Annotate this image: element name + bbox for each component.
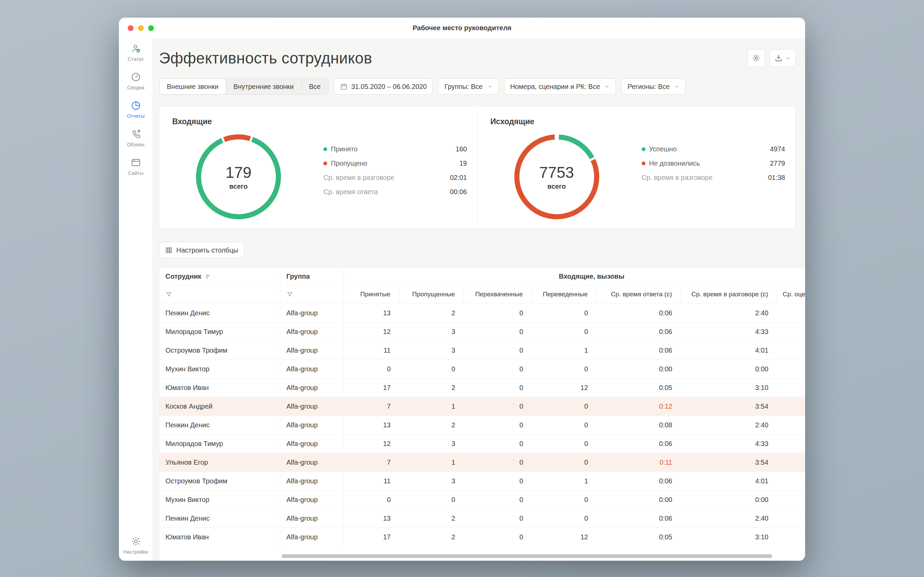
gear-icon xyxy=(752,54,760,62)
outgoing-total-value: 7753 xyxy=(539,163,574,182)
cell-employee: Остроумов Трофим xyxy=(159,472,280,490)
legend-label: Пропущено xyxy=(323,160,367,167)
table-row[interactable]: Ульянов ЕгорAlfa-group71000:113:54 xyxy=(159,453,805,471)
minimize-window-button[interactable] xyxy=(138,25,144,31)
cell-missed: 2 xyxy=(399,379,464,397)
table-row[interactable]: Остроумов ТрофимAlfa-group113010:064:01 xyxy=(159,471,805,490)
cell-extra xyxy=(777,472,805,490)
chevron-down-icon xyxy=(785,55,791,61)
regions-dropdown[interactable]: Регионы: Все xyxy=(621,78,685,95)
table-row[interactable]: Юматов ИванAlfa-group1720120:053:10 xyxy=(159,527,805,546)
cell-employee: Юматов Иван xyxy=(159,528,280,546)
incoming-total-label: всего xyxy=(229,183,248,190)
cell-accepted: 13 xyxy=(344,509,399,527)
configure-columns-label: Настроить столбцы xyxy=(176,247,238,254)
outgoing-calls-card: Исходящие 7753 всего Успешно4974Не дозво… xyxy=(477,106,796,229)
table-header-row: СотрудникГруппаВходящие, вызовы xyxy=(159,268,805,285)
sidebar-item-settings[interactable]: Настройки xyxy=(119,536,152,554)
cell-intercepted: 0 xyxy=(464,304,532,322)
dropdown-label: Номера, сценарии и РК: Все xyxy=(510,83,600,90)
sort-icon[interactable] xyxy=(205,273,212,280)
columns-icon xyxy=(165,247,173,254)
table-row[interactable]: Пенкин ДенисAlfa-group132000:062:40 xyxy=(159,509,805,527)
cell-transferred: 0 xyxy=(532,304,597,322)
legend-label: Ср. время в разговоре xyxy=(642,174,713,182)
legend-item: Ср. время в разговоре02:01 xyxy=(323,174,467,182)
funnel-icon[interactable] xyxy=(165,291,172,298)
table-header-employee: Сотрудник xyxy=(159,268,280,285)
cell-group: Alfa-group xyxy=(280,490,344,509)
call-type-tab[interactable]: Внутренние звонки xyxy=(226,79,301,94)
outgoing-donut-chart: 7753 всего xyxy=(514,134,599,219)
sidebar-item-label: Обзвон xyxy=(127,142,144,147)
app-body: СтатусСводкаОтчетыОбзвонСайтыНастройки Э… xyxy=(119,39,805,561)
cell-employee: Мухин Виктор xyxy=(159,360,280,378)
report-settings-button[interactable] xyxy=(747,49,765,67)
table-row[interactable]: Пенкин ДенисAlfa-group132000:082:40 xyxy=(159,416,805,434)
cell-avg-talk-time: 2:40 xyxy=(681,304,777,322)
cell-avg-answer-time: 0:05 xyxy=(597,379,681,397)
groups-dropdown[interactable]: Группы: Все xyxy=(438,78,498,95)
cell-group: Alfa-group xyxy=(280,379,344,397)
scrollbar-thumb[interactable] xyxy=(282,554,772,558)
sidebar-item-label: Статус xyxy=(128,56,144,62)
sidebar-item-summary[interactable]: Сводка xyxy=(119,72,152,90)
cell-group: Alfa-group xyxy=(280,416,344,434)
table-row[interactable]: Милорадов ТимурAlfa-group123000:064:33 xyxy=(159,322,805,341)
call-type-tab[interactable]: Внешние звонки xyxy=(159,78,226,95)
table-row[interactable]: Мухин ВикторAlfa-group00000:000:00 xyxy=(159,359,805,378)
call-type-tab[interactable]: Все xyxy=(302,79,328,94)
sidebar-item-dialer[interactable]: Обзвон xyxy=(119,129,152,147)
cell-accepted: 11 xyxy=(344,472,399,490)
cell-transferred: 0 xyxy=(532,509,597,527)
cell-missed: 0 xyxy=(399,360,464,378)
cell-transferred: 12 xyxy=(532,528,597,546)
funnel-icon[interactable] xyxy=(286,291,293,298)
cell-extra xyxy=(777,379,805,397)
filters-bar: Внешние звонкиВнутренние звонкиВсе 31.05… xyxy=(159,78,805,95)
browser-icon xyxy=(131,158,141,168)
cell-avg-answer-time: 0:06 xyxy=(597,322,681,341)
table-row[interactable]: Мухин ВикторAlfa-group00000:000:00 xyxy=(159,490,805,509)
sidebar-item-status[interactable]: Статус xyxy=(119,44,152,62)
employee-filter-cell xyxy=(159,285,280,303)
export-download-button[interactable] xyxy=(770,49,796,67)
numbers-scenarios-dropdown[interactable]: Номера, сценарии и РК: Все xyxy=(504,78,616,95)
legend-item: Пропущено19 xyxy=(323,160,467,167)
cell-avg-answer-time: 0:06 xyxy=(597,472,681,490)
table-row[interactable]: Милорадов ТимурAlfa-group123000:064:33 xyxy=(159,434,805,453)
legend-label: Успешно xyxy=(642,145,677,153)
sidebar-item-reports[interactable]: Отчеты xyxy=(119,100,152,119)
cell-intercepted: 0 xyxy=(464,360,532,378)
chevron-down-icon xyxy=(674,84,679,89)
incoming-calls-card: Входящие 179 всего Принято160Пропущено19… xyxy=(159,106,477,229)
legend-dot xyxy=(642,147,645,151)
cell-avg-answer-time: 0:06 xyxy=(597,341,681,359)
cell-accepted: 0 xyxy=(344,360,399,378)
cell-accepted: 13 xyxy=(344,416,399,434)
legend-label: Ср. время в разговоре xyxy=(323,174,394,182)
cell-avg-talk-time: 4:33 xyxy=(681,434,777,453)
cell-accepted: 12 xyxy=(344,434,399,453)
table-row[interactable]: Косков АндрейAlfa-group71000:123:54 xyxy=(159,397,805,416)
date-range-picker[interactable]: 31.05.2020 – 06.06.2020 xyxy=(334,78,433,95)
cell-transferred: 1 xyxy=(532,341,597,359)
table-row[interactable]: Остроумов ТрофимAlfa-group113010:064:01 xyxy=(159,341,805,359)
legend-value: 2779 xyxy=(770,160,785,167)
cell-employee: Косков Андрей xyxy=(159,397,280,416)
zoom-window-button[interactable] xyxy=(148,25,154,31)
cell-transferred: 0 xyxy=(532,490,597,509)
close-window-button[interactable] xyxy=(128,25,134,31)
dropdown-label: Группы: Все xyxy=(444,83,482,90)
cell-avg-answer-time: 0:00 xyxy=(597,490,681,509)
cell-avg-answer-time: 0:12 xyxy=(597,397,681,416)
cell-missed: 2 xyxy=(399,416,464,434)
configure-columns-button[interactable]: Настроить столбцы xyxy=(159,242,244,258)
cell-extra xyxy=(777,434,805,453)
sidebar-item-sites[interactable]: Сайты xyxy=(119,158,152,176)
cell-employee: Милорадов Тимур xyxy=(159,434,280,453)
table-row[interactable]: Пенкин ДенисAlfa-group132000:062:40 xyxy=(159,303,805,322)
cell-avg-answer-time: 0:06 xyxy=(597,304,681,322)
cell-group: Alfa-group xyxy=(280,360,344,378)
table-row[interactable]: Юматов ИванAlfa-group1720120:053:10 xyxy=(159,378,805,397)
